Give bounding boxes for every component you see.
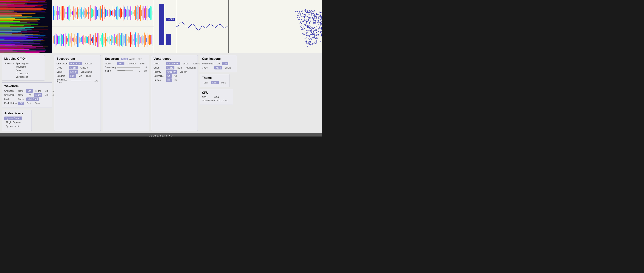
linear-btn[interactable]: Linear [69, 70, 78, 74]
svg-rect-601 [148, 9, 148, 17]
peak-off-btn[interactable]: Off [18, 102, 24, 105]
svg-rect-473 [77, 6, 77, 21]
svg-point-894 [321, 21, 322, 22]
svg-rect-550 [120, 12, 120, 15]
svg-point-1084 [310, 26, 311, 27]
brightness-slider[interactable] [71, 81, 92, 81]
svg-point-1268 [316, 14, 318, 15]
svg-point-807 [318, 35, 318, 36]
svg-rect-674 [89, 39, 89, 41]
svg-rect-775 [145, 35, 146, 45]
cycle-multi-btn[interactable]: Multi [214, 66, 222, 70]
mode-multiband-btn[interactable]: MultiBand [26, 98, 39, 101]
theme-dark-btn[interactable]: Dark [202, 81, 210, 84]
mode-static-btn[interactable]: Static [16, 98, 25, 101]
vs-unipolar-btn[interactable]: Uniploar [166, 70, 177, 74]
mid-btn[interactable]: Mid [77, 74, 84, 78]
ch1-none-btn[interactable]: None [16, 89, 25, 93]
ch2-mid-btn[interactable]: Mid [43, 93, 50, 97]
system-output-btn[interactable]: System Output [4, 117, 22, 120]
vs-guides-on-btn[interactable]: On [173, 78, 179, 82]
svg-point-1236 [314, 37, 316, 39]
both-btn[interactable]: Both [138, 62, 146, 65]
vs-guides-off-btn[interactable]: Off [166, 78, 172, 82]
theme-pink-btn[interactable]: Pink [220, 81, 227, 84]
vs-bipolar-btn[interactable]: Biploar [178, 70, 188, 74]
follow-pitch-on-btn[interactable]: On [215, 62, 221, 65]
logarithmic-btn[interactable]: Logarithmic [79, 70, 94, 74]
svg-rect-459 [69, 10, 70, 17]
low-btn[interactable]: Low [69, 74, 76, 78]
high-btn[interactable]: High [85, 74, 92, 78]
svg-point-1313 [312, 13, 314, 14]
theme-light-btn[interactable]: Light [211, 81, 219, 84]
svg-rect-755 [134, 34, 134, 45]
vs-static-btn[interactable]: Static [166, 66, 174, 70]
svg-point-1366 [318, 29, 319, 30]
peak-slow-btn[interactable]: Slow [34, 102, 42, 105]
svg-point-1090 [320, 22, 321, 23]
svg-point-1341 [314, 21, 314, 22]
svg-rect-463 [71, 12, 72, 14]
ch2-left-btn[interactable]: Left [26, 93, 33, 97]
svg-point-1067 [299, 17, 300, 18]
follow-pitch-off-btn[interactable]: Off [222, 62, 228, 65]
spectrum-audio-tab[interactable]: AUDIO [128, 58, 136, 60]
svg-rect-670 [87, 35, 87, 45]
svg-rect-773 [144, 33, 144, 47]
vs-normalize-off-btn[interactable]: Off [166, 74, 172, 78]
sharp-btn[interactable]: Sharp [69, 66, 78, 70]
slope-slider[interactable] [117, 70, 134, 71]
svg-rect-736 [124, 35, 124, 45]
svg-rect-468 [74, 10, 74, 16]
colorbar-btn[interactable]: ColorBar [126, 62, 137, 65]
vs-normalize-label: Normalize [154, 75, 165, 77]
ch1-mid-btn[interactable]: Mid [43, 89, 50, 93]
spectrum-ref-tab[interactable]: REF [137, 58, 143, 60]
plugin-capture-btn[interactable]: Plugin Capture [4, 121, 22, 124]
vs-multiband-btn[interactable]: MultiBand [184, 66, 198, 70]
close-setting-bar[interactable]: CLOSE SETTING [0, 133, 322, 137]
svg-point-1235 [310, 30, 311, 31]
svg-point-1227 [306, 43, 307, 44]
ch2-none-btn[interactable]: None [16, 93, 25, 97]
svg-point-1225 [306, 22, 307, 23]
spectrum-main-tab[interactable]: MAIN [121, 58, 128, 60]
horizontal-btn[interactable]: Horizontal [69, 62, 82, 65]
vs-linear-btn[interactable]: Linear [182, 62, 191, 65]
svg-point-1253 [306, 26, 307, 27]
svg-rect-663 [83, 35, 83, 45]
svg-rect-711 [110, 39, 110, 41]
svg-rect-431 [53, 6, 54, 20]
svg-point-1295 [309, 12, 310, 13]
svg-rect-439 [58, 8, 58, 18]
loudness-bar-right [166, 34, 171, 45]
fps-value: 60.0 [214, 96, 219, 99]
svg-point-929 [304, 33, 304, 34]
smoothing-slider[interactable] [117, 67, 140, 68]
cycle-single-btn[interactable]: Single [223, 66, 232, 70]
svg-point-1293 [314, 27, 315, 28]
vertical-btn[interactable]: Vertical [83, 62, 93, 65]
ch1-left-btn[interactable]: Left [26, 89, 33, 93]
vs-normalize-on-btn[interactable]: On [173, 74, 179, 78]
classic-btn[interactable]: Classic [79, 66, 89, 70]
fft-btn[interactable]: FFT [117, 62, 124, 65]
system-input-btn[interactable]: System Input [4, 125, 20, 128]
svg-rect-622 [60, 39, 60, 41]
svg-point-1087 [309, 35, 310, 36]
svg-point-1364 [313, 36, 314, 37]
svg-point-1097 [312, 37, 313, 38]
svg-point-853 [310, 14, 312, 16]
svg-rect-469 [74, 9, 75, 17]
svg-rect-656 [79, 39, 79, 41]
vs-logarithmic-btn[interactable]: Logarithmic [166, 62, 180, 65]
ch1-right-btn[interactable]: Right [34, 89, 42, 93]
svg-rect-712 [110, 39, 111, 41]
peak-fast-btn[interactable]: Fast [25, 102, 32, 105]
vs-rgb-btn[interactable]: RGB [176, 66, 184, 70]
spectrum-settings-title: Spectrum MAIN AUDIO REF [105, 57, 147, 61]
svg-rect-565 [128, 9, 128, 17]
svg-rect-599 [147, 9, 148, 17]
ch2-right-btn[interactable]: Right [34, 93, 42, 97]
